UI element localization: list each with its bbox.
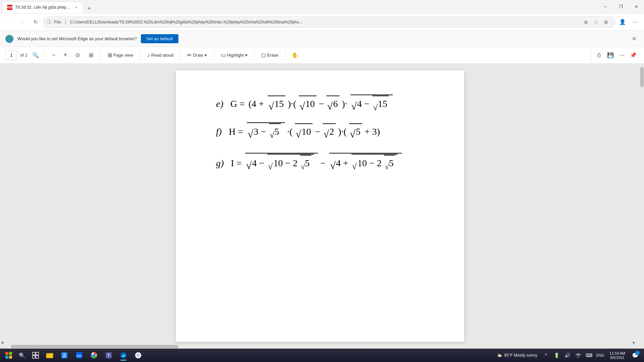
radical-10-f: √10 <box>295 123 313 139</box>
active-tab[interactable]: PDF T9.Số 02. Liên hệ giữa phép nhâ... × <box>3 2 83 13</box>
forward-button[interactable]: → <box>16 16 28 28</box>
draw-button[interactable]: ✏ Draw ▾ <box>184 50 209 61</box>
windows-logo <box>5 352 12 359</box>
volume-icon[interactable]: 🔊 <box>563 349 572 361</box>
highlight-icon: ▭ <box>221 52 226 58</box>
weather-widget[interactable]: ⛅ 95°F Mostly sunny <box>494 353 540 358</box>
radical-4-sqrt15: √ 4 − √15 <box>351 95 393 112</box>
taskbar-app-teams[interactable]: T <box>102 349 115 361</box>
vertical-scrollbar[interactable] <box>640 64 644 349</box>
equation-g: g) I = √ 4 − √ 10 − 2 √5 − √ <box>216 153 437 171</box>
taskbar-app-fileexplorer[interactable] <box>43 349 56 361</box>
wifi-icon[interactable] <box>574 349 583 361</box>
erase-icon: ◻ <box>261 52 266 58</box>
refresh-button[interactable]: ↻ <box>30 16 42 28</box>
print-button[interactable]: ⎙ <box>594 50 604 61</box>
tab-favicon: PDF <box>7 5 12 10</box>
favorites-button[interactable]: ☆ <box>591 17 601 27</box>
scroll-right-button[interactable]: ▶ <box>632 341 636 345</box>
svg-rect-2 <box>33 356 35 358</box>
equation-e: e) G = (4 + √15 )·( √10 − √6 )· √ 4 − <box>216 95 437 112</box>
hand-tool-button[interactable]: ✋ <box>289 50 300 61</box>
taskbar-app-zalo[interactable]: Zalo <box>72 349 86 361</box>
radical-4-minus-nested: √ 4 − √ 10 − 2 √5 <box>245 153 318 171</box>
pdf-toolbar: of 1 🔍 − + ⊙ ⊞ ⊞ Page view ♪ Read aloud … <box>0 47 644 64</box>
zalo-icon: Zalo <box>75 352 83 359</box>
divider-1 <box>45 51 45 60</box>
page-view-icon: ⊞ <box>86 50 97 61</box>
system-tray-up-arrow[interactable]: ^ <box>541 349 551 361</box>
tab-title: T9.Số 02. Liên hệ giữa phép nhâ... <box>15 5 71 10</box>
taskbar-app-chrome[interactable] <box>87 349 101 361</box>
infobar-close-button[interactable]: ✕ <box>629 34 639 44</box>
more-button[interactable]: ⋯ <box>629 16 641 28</box>
task-view-button[interactable] <box>30 349 42 361</box>
set-default-button[interactable]: Set as default <box>141 34 178 43</box>
eq-f-minus: − <box>315 126 323 137</box>
vertical-scrollbar-thumb[interactable] <box>640 67 644 87</box>
draw-dropdown-icon: ▾ <box>205 53 207 58</box>
svg-text:Zalo: Zalo <box>77 355 82 357</box>
taskbar: 🔍 Z Zalo <box>0 349 644 362</box>
file-label: File <box>54 19 61 24</box>
horizontal-scrollbar[interactable] <box>4 345 636 349</box>
divider-7 <box>285 51 285 60</box>
new-tab-button[interactable]: + <box>85 4 94 13</box>
profile-button[interactable]: 👤 <box>616 16 629 28</box>
maximize-button[interactable]: ❐ <box>613 0 629 13</box>
addressbar: ← → ↻ ⓘ File | C:/Users/DELL/Downloads/T… <box>0 13 644 31</box>
taskbar-app-edge[interactable] <box>117 349 130 361</box>
eq-f-dot: ·( <box>287 126 292 137</box>
address-box[interactable]: ⓘ File | C:/Users/DELL/Downloads/T9.Số%2… <box>43 16 615 28</box>
scroll-left-button[interactable]: ◀ <box>0 341 4 345</box>
page-view-label: Page view <box>113 53 133 58</box>
page-number-input[interactable] <box>5 51 17 60</box>
taskbar-app-google[interactable]: G <box>131 349 145 361</box>
back-button[interactable]: ← <box>3 16 15 28</box>
taskbar-app-zoom[interactable]: Z <box>58 349 71 361</box>
highlight-button[interactable]: ▭ Highlight ▾ <box>218 50 251 61</box>
taskbar-search-button[interactable]: 🔍 <box>16 349 28 361</box>
eq-e-mid2: )· <box>342 99 347 109</box>
pdf-search-button[interactable]: 🔍 <box>30 50 41 61</box>
pdf-scrollable-area: ◀ e) G = (4 + √15 )·( √10 − √6 )· <box>0 64 640 349</box>
pin-button[interactable]: 📌 <box>628 50 639 61</box>
zoom-in-icon: + <box>63 52 67 59</box>
radical-10: √10 <box>299 96 317 112</box>
erase-label: Erase <box>267 53 278 58</box>
zoom-button[interactable]: ⊕ <box>581 17 591 27</box>
taskbar-clock[interactable]: 11:18 AM 8/5/2021 <box>607 349 628 361</box>
read-aloud-button[interactable]: ♪ Read aloud <box>145 50 176 61</box>
start-button[interactable] <box>3 349 15 361</box>
collections-button[interactable]: ⊞ <box>601 17 611 27</box>
eq-g-label: g) <box>216 158 224 168</box>
radical-15-1: √15 <box>268 96 285 112</box>
zoom-in-button[interactable]: + <box>61 50 70 61</box>
pdf-toolbar-right: ⎙ 💾 ⋯ 📌 <box>590 50 639 61</box>
window-controls: ─ ❐ ✕ <box>598 0 644 13</box>
eq-e-paren1: (4 + <box>249 97 264 112</box>
notification-button[interactable]: 💬 1 <box>629 349 641 361</box>
edge-icon <box>120 352 127 359</box>
minimize-button[interactable]: ─ <box>598 0 613 13</box>
notification-badge: 1 <box>635 351 640 355</box>
erase-button[interactable]: ◻ Erase <box>259 50 281 61</box>
zoom-out-button[interactable]: − <box>49 50 58 61</box>
edge-logo <box>5 35 13 43</box>
more-tools-button[interactable]: ⋯ <box>616 50 627 61</box>
tab-close-button[interactable]: × <box>74 5 79 10</box>
page-view-button[interactable]: ⊞ Page view <box>105 50 136 61</box>
highlight-dropdown-icon: ▾ <box>245 53 248 58</box>
save-button[interactable]: 💾 <box>605 50 616 61</box>
date-display: 8/5/2021 <box>610 356 625 360</box>
close-button[interactable]: ✕ <box>629 0 644 13</box>
page-view-btn-icon: ⊞ <box>108 52 112 58</box>
page-of-label: of 1 <box>20 53 28 58</box>
fit-page-button[interactable]: ⊙ <box>72 50 83 61</box>
svg-text:G: G <box>137 353 140 358</box>
horizontal-scrollbar-thumb[interactable] <box>11 345 178 348</box>
keyboard-icon[interactable]: ⌨ <box>584 349 594 361</box>
eq-f-end: + 3) <box>365 126 380 137</box>
radical-4-plus-nested: √ 4 + √ 10 − 2 √5 <box>329 153 402 171</box>
radical-5-inner: √5 <box>269 123 281 139</box>
